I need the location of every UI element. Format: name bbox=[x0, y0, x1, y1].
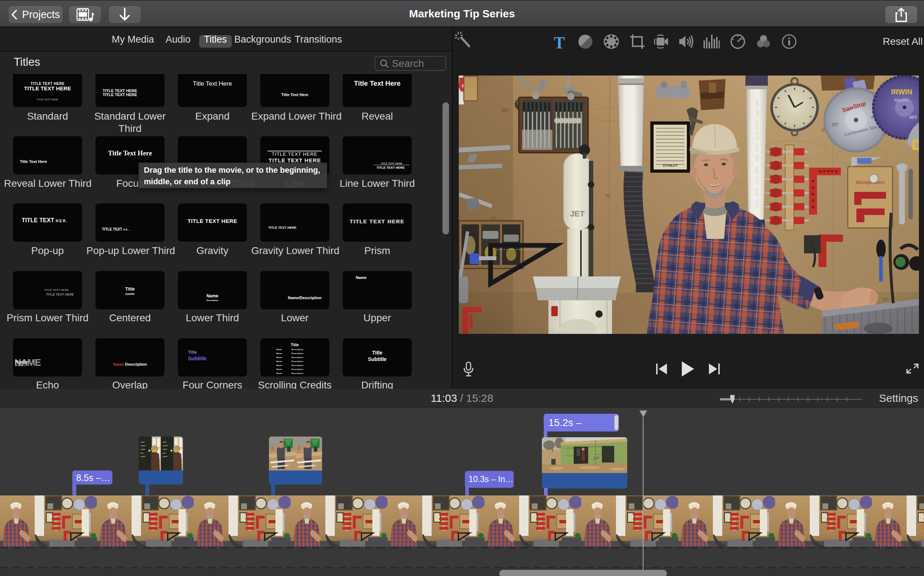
svg-text:ZIP: ZIP bbox=[593, 456, 600, 460]
